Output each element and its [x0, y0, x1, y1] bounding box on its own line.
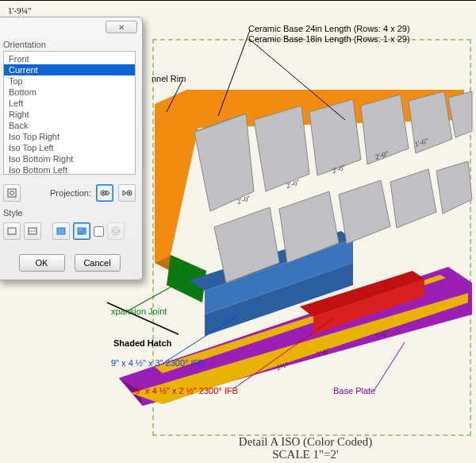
- detail-title: Detail A ISO (Color Coded): [206, 435, 405, 449]
- svg-rect-49: [57, 228, 65, 234]
- orientation-label: Orientation: [0, 37, 142, 51]
- svg-point-45: [129, 192, 130, 194]
- annot-channel-rim: nnel Rim: [152, 74, 186, 83]
- opt-front[interactable]: Front: [4, 53, 135, 64]
- orientation-dialog: ✕ Orientation Front Current Top Bottom L…: [0, 17, 143, 280]
- style-row: [0, 219, 142, 248]
- projection-label: Projection:: [25, 188, 91, 198]
- style-hidden-icon[interactable]: [24, 222, 41, 240]
- style-shaded-hatch-icon[interactable]: [73, 222, 90, 240]
- opt-iso-bottom-right[interactable]: Iso Bottom Right: [4, 153, 135, 164]
- opt-iso-top-right[interactable]: Iso Top Right: [4, 131, 135, 142]
- svg-marker-17: [448, 91, 472, 137]
- opt-right[interactable]: Right: [4, 109, 135, 120]
- annot-expansion-joint: xpansion Joint: [111, 307, 167, 316]
- svg-point-43: [102, 192, 104, 194]
- annot-red-ifb: 9" x 4 ½" x 2 ½" 2300° IFB: [135, 386, 238, 395]
- annot-ceramic18: Ceramic Base 18in Length (Rows: 1 x 29): [248, 34, 410, 44]
- opt-back[interactable]: Back: [4, 120, 135, 131]
- ok-button[interactable]: OK: [19, 254, 65, 272]
- svg-point-41: [10, 191, 14, 195]
- close-icon: ✕: [118, 23, 125, 32]
- opt-iso-top-left[interactable]: Iso Top Left: [4, 142, 135, 153]
- opt-bottom[interactable]: Bottom: [4, 87, 135, 98]
- close-button[interactable]: ✕: [106, 21, 137, 33]
- svg-marker-22: [390, 169, 436, 228]
- cancel-button[interactable]: Cancel: [75, 254, 121, 272]
- zoom-extents-icon[interactable]: [3, 184, 21, 202]
- svg-rect-46: [8, 228, 16, 234]
- style-shaded-icon[interactable]: [52, 222, 70, 240]
- opt-current[interactable]: Current: [4, 64, 135, 75]
- style-label: Style: [0, 208, 142, 219]
- svg-rect-40: [8, 189, 16, 197]
- svg-marker-14: [309, 99, 361, 176]
- dialog-titlebar: ✕: [0, 17, 142, 37]
- svg-marker-23: [436, 161, 472, 214]
- projection-third-angle-icon[interactable]: [96, 184, 113, 202]
- style-tangent-checkbox[interactable]: [94, 226, 104, 237]
- annot-base-plate: Base Plate: [333, 386, 375, 395]
- style-raster-icon: [107, 222, 125, 240]
- opt-top[interactable]: Top: [4, 75, 135, 87]
- projection-first-angle-icon[interactable]: [118, 184, 136, 202]
- opt-left[interactable]: Left: [4, 98, 135, 109]
- annot-blue-ifb: 9" x 4 ½" x 3" 2300° IFB: [111, 358, 205, 368]
- svg-marker-13: [254, 106, 309, 191]
- annot-ceramic24: Ceramic Base 24in Length (Rows: 4 x 29): [248, 24, 410, 33]
- opt-iso-bottom-left[interactable]: Iso Bottom Left: [4, 164, 135, 175]
- svg-line-31: [374, 342, 405, 390]
- style-wireframe-icon[interactable]: [3, 222, 21, 240]
- svg-marker-21: [339, 180, 390, 244]
- orientation-listbox[interactable]: Front Current Top Bottom Left Right Back…: [3, 51, 136, 175]
- detail-scale: SCALE 1"=2': [206, 448, 405, 461]
- annot-shaded-hatch: Shaded Hatch: [113, 338, 171, 348]
